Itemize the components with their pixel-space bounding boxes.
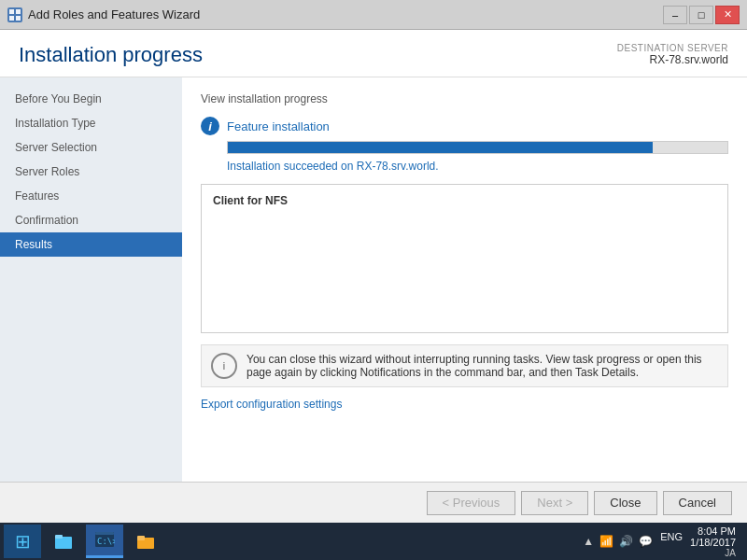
previous-button[interactable]: < Previous: [427, 491, 516, 515]
audio-icon: 🔊: [619, 535, 633, 548]
maximize-button[interactable]: □: [689, 6, 713, 24]
results-box: Client for NFS: [201, 184, 728, 333]
window-controls: – □ ✕: [663, 6, 740, 24]
next-button[interactable]: Next >: [521, 491, 588, 515]
windows-logo-icon: ⊞: [15, 530, 31, 553]
network-icon: 📶: [599, 535, 613, 548]
svg-rect-5: [55, 535, 63, 539]
svg-rect-0: [9, 9, 14, 14]
taskbar-terminal[interactable]: C:\>: [86, 525, 123, 558]
taskbar-sublang: JA: [725, 548, 736, 558]
server-label: DESTINATION SERVER: [617, 43, 728, 53]
server-name: RX-78.srv.world: [617, 53, 728, 66]
results-item: Client for NFS: [213, 194, 716, 207]
svg-rect-10: [137, 536, 145, 540]
success-text: Installation succeeded on RX-78.srv.worl…: [227, 160, 728, 173]
title-bar: Add Roles and Features Wizard – □ ✕: [0, 0, 747, 30]
sidebar: Before You Begin Installation Type Serve…: [0, 77, 182, 482]
sidebar-item-installation-type[interactable]: Installation Type: [0, 111, 182, 135]
terminal-icon: C:\>: [93, 529, 116, 552]
success-prefix: Installation succeeded on: [227, 160, 357, 173]
cancel-button[interactable]: Cancel: [663, 491, 732, 515]
clock-date: 1/18/2017: [690, 537, 736, 548]
taskbar-right: ▲ 📶 🔊 💬 ENG 8:04 PM 1/18/2017 JA: [583, 525, 743, 558]
system-tray-icons: ▲ 📶 🔊 💬: [583, 535, 653, 548]
notification-tray-icon: 💬: [639, 535, 653, 548]
svg-rect-3: [16, 16, 21, 21]
close-button[interactable]: Close: [594, 491, 656, 515]
wizard-header: Installation progress DESTINATION SERVER…: [0, 30, 747, 77]
clock-time: 8:04 PM: [690, 525, 736, 537]
content-area: View installation progress i Feature ins…: [182, 77, 747, 482]
window-title: Add Roles and Features Wizard: [28, 7, 200, 21]
sidebar-item-results[interactable]: Results: [0, 232, 182, 257]
wizard-container: Installation progress DESTINATION SERVER…: [0, 30, 747, 523]
start-button[interactable]: ⊞: [4, 525, 41, 558]
svg-text:C:\>: C:\>: [97, 537, 115, 546]
progress-bar-fill: [228, 142, 653, 153]
tray-arrow-icon: ▲: [583, 535, 594, 548]
export-link[interactable]: Export configuration settings: [201, 398, 342, 411]
wizard-body: Before You Begin Installation Type Serve…: [0, 77, 747, 482]
success-end: .: [435, 160, 438, 173]
svg-rect-7: [95, 532, 114, 535]
app-icon: [7, 7, 22, 22]
progress-bar-container: [227, 141, 728, 154]
minimize-button[interactable]: –: [663, 6, 687, 24]
wizard-title: Installation progress: [19, 43, 203, 67]
close-window-button[interactable]: ✕: [715, 6, 740, 24]
folder-icon: [134, 530, 157, 553]
notification-box: i You can close this wizard without inte…: [201, 344, 728, 387]
taskbar-file-manager[interactable]: [45, 525, 82, 558]
notif-icon-text: i: [223, 361, 226, 371]
success-server: RX-78.srv.world: [357, 160, 435, 173]
svg-rect-1: [16, 9, 21, 14]
sidebar-item-server-roles[interactable]: Server Roles: [0, 160, 182, 184]
sidebar-item-server-selection[interactable]: Server Selection: [0, 135, 182, 160]
sidebar-item-confirmation[interactable]: Confirmation: [0, 208, 182, 232]
svg-rect-2: [9, 16, 14, 21]
wizard-footer: < Previous Next > Close Cancel: [0, 482, 747, 523]
clock: 8:04 PM 1/18/2017: [690, 525, 736, 548]
content-subtitle: View installation progress: [201, 92, 728, 105]
info-icon: i: [201, 117, 219, 135]
feature-section: i Feature installation Installation succ…: [201, 117, 728, 173]
notification-message: You can close this wizard without interr…: [247, 353, 718, 379]
taskbar-lang: ENG: [660, 531, 683, 542]
taskbar-folder[interactable]: [127, 525, 164, 558]
feature-title: Feature installation: [227, 119, 330, 133]
file-manager-icon: [52, 530, 75, 553]
notification-icon: i: [211, 353, 237, 379]
sidebar-item-features[interactable]: Features: [0, 184, 182, 208]
sidebar-item-before-you-begin[interactable]: Before You Begin: [0, 87, 182, 111]
server-info: DESTINATION SERVER RX-78.srv.world: [617, 43, 728, 66]
taskbar: ⊞ C:\> ▲ 📶: [0, 523, 747, 560]
feature-header: i Feature installation: [201, 117, 728, 135]
